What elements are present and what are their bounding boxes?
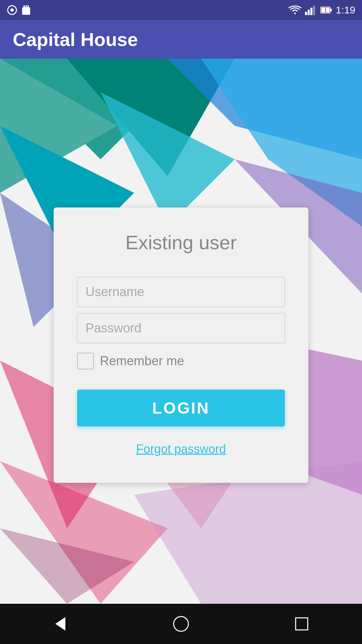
forgot-password-link[interactable]: Forgot password xyxy=(77,442,285,456)
remember-me-row: Remember me xyxy=(77,353,285,369)
svg-rect-33 xyxy=(296,618,308,630)
svg-rect-6 xyxy=(305,12,307,15)
battery-icon xyxy=(320,6,333,14)
svg-rect-2 xyxy=(22,7,30,15)
time-display: 1:19 xyxy=(336,4,355,16)
svg-rect-3 xyxy=(23,5,25,8)
remember-me-checkbox[interactable] xyxy=(77,353,94,369)
svg-rect-9 xyxy=(313,6,315,15)
nav-bar xyxy=(0,604,362,644)
home-icon xyxy=(171,614,191,634)
content-area: Existing user Remember me LOGIN Forgot p… xyxy=(0,59,362,604)
signal-icon xyxy=(305,5,317,15)
svg-point-1 xyxy=(10,8,14,12)
svg-marker-31 xyxy=(55,617,65,631)
recents-icon xyxy=(292,614,312,634)
back-icon xyxy=(50,614,70,634)
app-bar: Capital House xyxy=(0,20,362,59)
sd-card-icon xyxy=(21,5,31,15)
username-input[interactable] xyxy=(77,277,285,307)
status-bar: 1:19 xyxy=(0,0,362,20)
login-button[interactable]: LOGIN xyxy=(77,389,285,426)
status-bar-right: 1:19 xyxy=(288,4,355,16)
app-title: Capital House xyxy=(13,29,138,50)
card-heading: Existing user xyxy=(77,231,285,253)
status-bar-left xyxy=(7,5,31,15)
recents-button[interactable] xyxy=(288,610,315,637)
password-input[interactable] xyxy=(77,313,285,343)
wifi-icon xyxy=(288,5,302,15)
circle-icon xyxy=(7,5,17,15)
svg-rect-8 xyxy=(310,8,312,15)
remember-me-label: Remember me xyxy=(100,354,184,368)
back-button[interactable] xyxy=(47,610,74,637)
svg-rect-5 xyxy=(27,5,29,8)
login-card: Existing user Remember me LOGIN Forgot p… xyxy=(54,207,308,483)
home-button[interactable] xyxy=(168,610,194,637)
svg-rect-7 xyxy=(308,10,310,15)
svg-rect-4 xyxy=(25,5,27,8)
svg-rect-11 xyxy=(330,9,332,11)
svg-point-32 xyxy=(174,616,188,631)
